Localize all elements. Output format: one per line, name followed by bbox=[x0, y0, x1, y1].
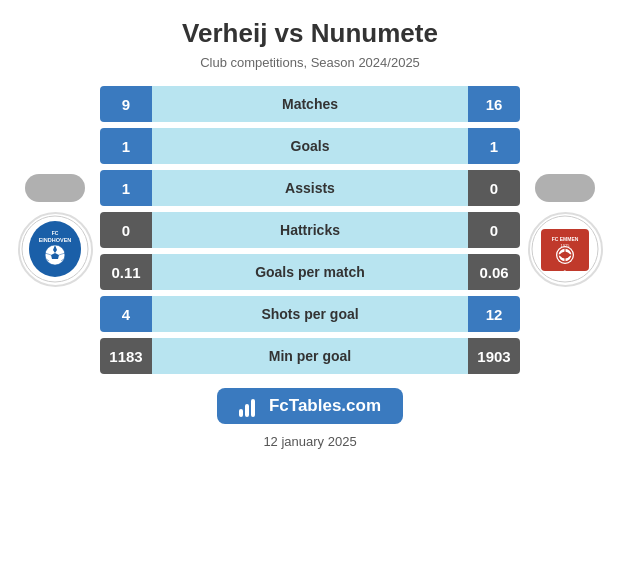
stat-label: Goals bbox=[152, 128, 468, 164]
stat-left-value: 0 bbox=[100, 212, 152, 248]
stat-left-value: 4 bbox=[100, 296, 152, 332]
stat-right-value: 0.06 bbox=[468, 254, 520, 290]
stat-right-value: 1 bbox=[468, 128, 520, 164]
stat-right-value: 0 bbox=[468, 212, 520, 248]
stat-row: 1183 Min per goal 1903 bbox=[100, 338, 520, 374]
stat-row: 1 Assists 0 bbox=[100, 170, 520, 206]
stat-right-value: 1903 bbox=[468, 338, 520, 374]
svg-text:⚙: ⚙ bbox=[563, 269, 567, 274]
svg-text:FC: FC bbox=[52, 230, 59, 236]
right-team-logo: FC EMMEN 1925 ⚙ bbox=[520, 174, 610, 287]
stat-left-value: 1183 bbox=[100, 338, 152, 374]
stat-left-value: 1 bbox=[100, 128, 152, 164]
stat-label: Matches bbox=[152, 86, 468, 122]
fctables-text: FcTables.com bbox=[269, 396, 381, 416]
match-title: Verheij vs Nunumete bbox=[182, 18, 438, 49]
stat-label: Goals per match bbox=[152, 254, 468, 290]
stat-label: Assists bbox=[152, 170, 468, 206]
match-subtitle: Club competitions, Season 2024/2025 bbox=[200, 55, 420, 70]
stat-row: 9 Matches 16 bbox=[100, 86, 520, 122]
stat-right-value: 0 bbox=[468, 170, 520, 206]
stat-label: Min per goal bbox=[152, 338, 468, 374]
stat-left-value: 9 bbox=[100, 86, 152, 122]
left-pill bbox=[25, 174, 85, 202]
stat-left-value: 1 bbox=[100, 170, 152, 206]
stat-row: 0 Hattricks 0 bbox=[100, 212, 520, 248]
stat-left-value: 0.11 bbox=[100, 254, 152, 290]
stat-row: 4 Shots per goal 12 bbox=[100, 296, 520, 332]
stats-area: 9 Matches 16 1 Goals 1 1 Assists 0 0 Hat… bbox=[100, 86, 520, 374]
svg-text:FC EMMEN: FC EMMEN bbox=[552, 236, 579, 242]
svg-text:EINDHOVEN: EINDHOVEN bbox=[39, 237, 72, 243]
main-area: FC EINDHOVEN 9 Matches 16 1 Goals 1 bbox=[10, 86, 610, 374]
stat-right-value: 16 bbox=[468, 86, 520, 122]
stat-label: Shots per goal bbox=[152, 296, 468, 332]
fctables-badge: FcTables.com bbox=[217, 388, 403, 424]
stat-label: Hattricks bbox=[152, 212, 468, 248]
stat-row: 1 Goals 1 bbox=[100, 128, 520, 164]
eindhoven-logo: FC EINDHOVEN bbox=[18, 212, 93, 287]
match-date: 12 january 2025 bbox=[263, 434, 356, 449]
left-team-logo: FC EINDHOVEN bbox=[10, 174, 100, 287]
stat-row: 0.11 Goals per match 0.06 bbox=[100, 254, 520, 290]
fctables-icon bbox=[239, 395, 261, 417]
right-pill bbox=[535, 174, 595, 202]
emmen-logo: FC EMMEN 1925 ⚙ bbox=[528, 212, 603, 287]
stat-right-value: 12 bbox=[468, 296, 520, 332]
